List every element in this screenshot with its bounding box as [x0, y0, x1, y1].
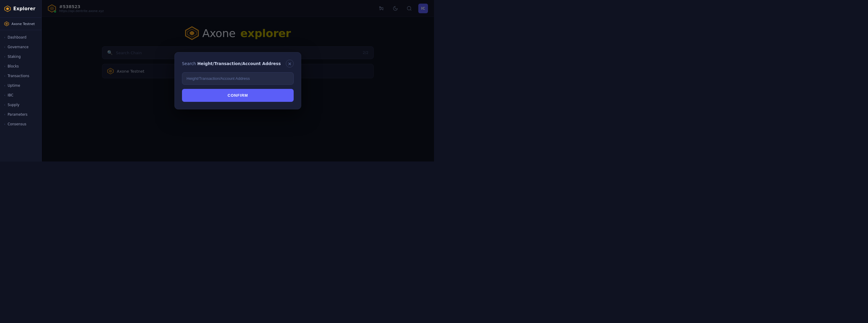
sidebar-item-label: Staking [7, 55, 21, 59]
chevron-icon: › [4, 113, 5, 116]
sidebar-item-label: Blocks [7, 64, 19, 68]
sidebar-item-label: Parameters [7, 112, 28, 117]
network-selector[interactable]: Axone Testnet [0, 18, 41, 30]
sidebar-item-dashboard[interactable]: › Dashboard [0, 33, 41, 42]
chevron-icon: › [4, 104, 5, 106]
modal-search-input[interactable] [182, 72, 294, 85]
chevron-icon: › [4, 123, 5, 125]
sidebar-item-blocks[interactable]: › Blocks [0, 62, 41, 71]
chevron-icon: › [4, 65, 5, 68]
modal-close-button[interactable]: × [286, 60, 294, 68]
network-icon [4, 22, 9, 26]
sidebar-item-supply[interactable]: › Supply [0, 100, 41, 110]
sidebar-item-label: Transactions [7, 74, 29, 78]
search-modal: Search Height/Transaction/Account Addres… [175, 52, 301, 109]
sidebar-logo[interactable]: Explorer [0, 0, 41, 18]
modal-confirm-button[interactable]: CONFIRM [182, 89, 294, 102]
sidebar-item-label: Supply [7, 103, 19, 107]
chevron-icon: › [4, 36, 5, 39]
sidebar-item-governance[interactable]: › Governance [0, 42, 41, 52]
svg-marker-4 [5, 23, 8, 25]
sidebar-item-consensus[interactable]: › Consensus [0, 119, 41, 129]
chevron-icon: › [4, 94, 5, 97]
sidebar-item-label: IBC [7, 93, 13, 97]
modal-header: Search Height/Transaction/Account Addres… [182, 60, 294, 68]
chevron-icon: › [4, 56, 5, 58]
sidebar-item-label: Dashboard [7, 35, 26, 39]
sidebar-item-label: Governance [7, 45, 28, 49]
modal-title: Search Height/Transaction/Account Addres… [182, 61, 281, 66]
sidebar-item-parameters[interactable]: › Parameters [0, 110, 41, 119]
chevron-icon: › [4, 75, 5, 77]
sidebar-item-transactions[interactable]: › Transactions [0, 71, 41, 81]
main-content: #538523 https://api.dentrite.axone.xyz [42, 0, 434, 162]
sidebar-item-staking[interactable]: › Staking [0, 52, 41, 62]
logo-label: Explorer [13, 6, 35, 11]
sidebar-item-ibc[interactable]: › IBC [0, 91, 41, 100]
sidebar-nav: › Dashboard › Governance › Staking › Blo… [0, 30, 41, 131]
sidebar-item-label: Uptime [7, 83, 20, 88]
network-name: Axone Testnet [11, 22, 35, 26]
sidebar-item-uptime[interactable]: › Uptime [0, 81, 41, 91]
sidebar-item-label: Consensus [7, 122, 26, 126]
chevron-icon: › [4, 84, 5, 87]
modal-overlay: Search Height/Transaction/Account Addres… [42, 0, 434, 162]
chevron-icon: › [4, 46, 5, 48]
logo-icon [4, 5, 11, 12]
sidebar: Explorer Axone Testnet › Dashboard › Gov… [0, 0, 42, 162]
